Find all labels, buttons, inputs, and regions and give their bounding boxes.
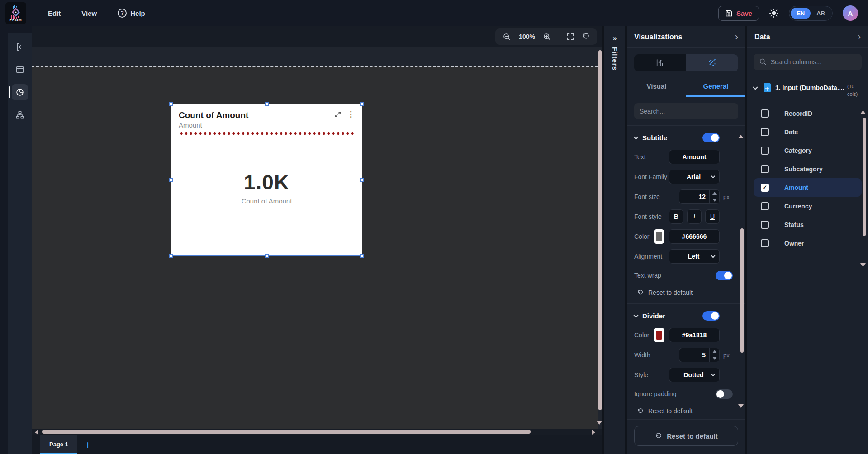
settings-scrollbar-thumb[interactable] — [740, 228, 744, 353]
data-column-row[interactable]: Date — [754, 123, 862, 141]
column-checkbox[interactable] — [761, 221, 769, 229]
section-divider-header[interactable]: Divider — [634, 304, 738, 325]
subtitle-color-swatch[interactable] — [654, 229, 664, 244]
resize-handle[interactable] — [360, 178, 364, 182]
scroll-right-arrow[interactable] — [592, 430, 595, 435]
lang-ar-option[interactable]: AR — [811, 8, 831, 19]
tab-visual[interactable]: Visual — [627, 77, 686, 97]
section-subtitle-title: Subtitle — [642, 134, 667, 142]
settings-search-input[interactable] — [634, 103, 738, 119]
data-column-row[interactable]: Subcategory — [754, 160, 862, 178]
add-page-button[interactable]: + — [77, 435, 98, 454]
app-window: PRISM Edit View ? Help Save — [0, 0, 868, 454]
dataset-tree-item[interactable]: 1. Input (DumboData.... (10 cols) — [747, 76, 868, 102]
font-size-increment[interactable] — [710, 190, 719, 197]
data-scroll-up-arrow[interactable] — [860, 110, 866, 114]
subtitle-reset-link[interactable]: Reset to default — [634, 284, 738, 303]
resize-handle[interactable] — [169, 254, 173, 258]
column-checkbox[interactable] — [761, 165, 769, 173]
collapse-visualizations-button[interactable]: › — [735, 32, 738, 42]
zoom-out-button[interactable] — [503, 33, 511, 41]
divider-width-input[interactable] — [679, 348, 709, 362]
page-tab-1[interactable]: Page 1 — [40, 435, 77, 454]
scroll-left-arrow[interactable] — [35, 430, 38, 435]
data-column-row[interactable]: Owner — [754, 234, 862, 252]
resize-handle[interactable] — [360, 102, 364, 106]
data-column-row[interactable]: Amount — [754, 178, 862, 197]
data-column-row[interactable]: Status — [754, 215, 862, 234]
expand-filters-button[interactable]: » — [613, 34, 617, 43]
alignment-select[interactable]: Left — [669, 249, 720, 264]
data-column-row[interactable]: Category — [754, 141, 862, 160]
resize-handle[interactable] — [169, 102, 173, 106]
section-subtitle-header[interactable]: Subtitle — [634, 126, 738, 147]
collapse-sidebar-button[interactable] — [12, 39, 28, 55]
settings-scroll-up-arrow[interactable] — [738, 135, 744, 138]
divider-style-select[interactable]: Dotted — [669, 368, 720, 382]
menu-view[interactable]: View — [81, 9, 97, 17]
theme-toggle-button[interactable] — [769, 8, 779, 18]
reset-view-button[interactable] — [582, 33, 590, 41]
column-checkbox[interactable] — [761, 128, 769, 136]
chart-gallery-tab[interactable] — [634, 54, 686, 71]
scrollbar-thumb[interactable] — [42, 430, 531, 434]
data-column-row[interactable]: RecordID — [754, 104, 862, 123]
bold-button[interactable]: B — [669, 209, 683, 224]
expand-card-button[interactable] — [334, 111, 342, 118]
flow-view-button[interactable] — [12, 107, 28, 123]
subtitle-enabled-toggle[interactable] — [702, 133, 720, 142]
data-scrollbar-thumb[interactable] — [863, 118, 866, 236]
ignore-padding-toggle[interactable] — [716, 389, 733, 399]
column-checkbox[interactable] — [761, 239, 769, 247]
columns-search — [754, 54, 862, 70]
resize-handle[interactable] — [360, 254, 364, 258]
reset-all-button[interactable]: Reset to default — [634, 426, 738, 446]
fullscreen-button[interactable] — [566, 33, 574, 41]
lang-en-option[interactable]: EN — [791, 8, 811, 19]
underline-button[interactable]: U — [705, 209, 720, 224]
italic-button[interactable]: I — [687, 209, 702, 224]
column-checkbox[interactable] — [761, 184, 769, 192]
column-checkbox[interactable] — [761, 147, 769, 155]
subtitle-color-hex-input[interactable] — [669, 229, 720, 244]
divider-width-decrement[interactable] — [710, 355, 719, 362]
unit-label: px — [723, 194, 733, 200]
data-scroll-down-arrow[interactable] — [860, 263, 866, 267]
canvas-horizontal-scrollbar[interactable] — [32, 429, 602, 435]
smart-suggestions-tab[interactable] — [686, 54, 738, 71]
user-avatar[interactable]: A — [843, 5, 858, 21]
text-wrap-toggle[interactable] — [716, 271, 733, 280]
kpi-card[interactable]: Count of Amount Amount ⋮ — [171, 104, 362, 256]
columns-search-input[interactable] — [754, 54, 862, 70]
scroll-down-arrow[interactable] — [597, 421, 602, 425]
canvas-vertical-scrollbar[interactable] — [598, 50, 602, 417]
divider-width-increment[interactable] — [710, 348, 719, 355]
subtitle-text-input[interactable] — [669, 150, 720, 164]
resize-handle[interactable] — [265, 102, 269, 106]
divider-reset-link[interactable]: Reset to default — [634, 403, 738, 419]
font-family-select[interactable]: Arial — [669, 170, 720, 184]
column-checkbox[interactable] — [761, 202, 769, 210]
menu-edit[interactable]: Edit — [48, 9, 61, 17]
divider-enabled-toggle[interactable] — [702, 311, 720, 321]
divider-color-swatch[interactable] — [654, 328, 664, 342]
column-checkbox[interactable] — [761, 109, 769, 118]
font-size-input[interactable] — [679, 190, 709, 203]
layout-view-button[interactable] — [12, 61, 28, 78]
data-column-row[interactable]: Currency — [754, 197, 862, 215]
collapse-data-panel-button[interactable]: › — [858, 32, 861, 42]
card-menu-button[interactable]: ⋮ — [347, 110, 355, 118]
save-button[interactable]: Save — [718, 6, 759, 21]
scrollbar-thumb[interactable] — [598, 50, 602, 410]
canvas-viewport[interactable]: Count of Amount Amount ⋮ — [32, 47, 602, 429]
menu-help[interactable]: ? Help — [118, 9, 145, 18]
settings-scroll-down-arrow[interactable] — [738, 404, 744, 408]
tab-general[interactable]: General — [686, 77, 745, 97]
divider-color-hex-input[interactable] — [669, 328, 720, 342]
zoom-in-button[interactable] — [543, 33, 551, 41]
resize-handle[interactable] — [169, 178, 173, 182]
zoom-out-icon — [503, 33, 511, 41]
charts-view-button[interactable] — [12, 84, 28, 100]
font-size-decrement[interactable] — [710, 197, 719, 203]
resize-handle[interactable] — [265, 254, 269, 258]
